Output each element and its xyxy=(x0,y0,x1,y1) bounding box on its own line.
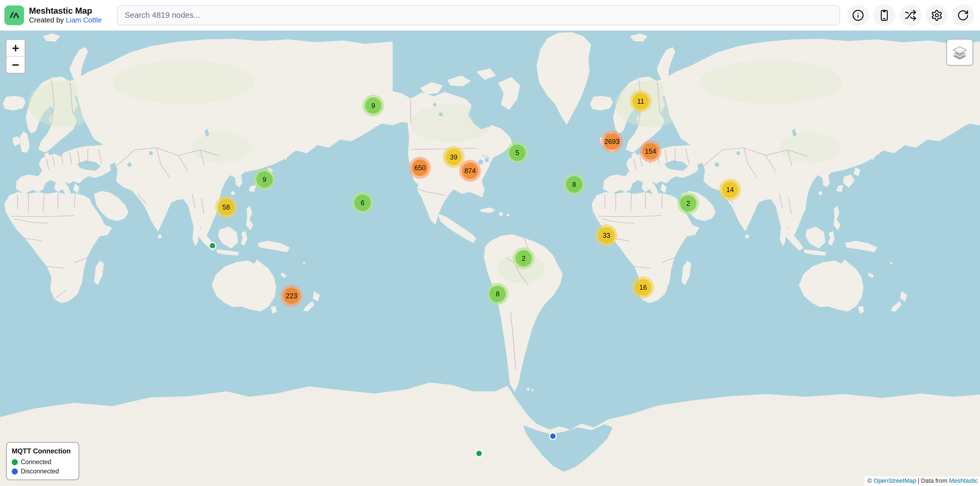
refresh-button[interactable] xyxy=(952,5,974,26)
cluster-count: 16 xyxy=(639,284,647,292)
cluster-count: 223 xyxy=(286,292,297,300)
cluster-marker[interactable]: 33 xyxy=(595,225,617,246)
world-map[interactable]: 911269315439565087498142658332816223 + −… xyxy=(0,0,980,486)
header-actions xyxy=(847,5,974,26)
cluster-count: 874 xyxy=(464,167,476,175)
refresh-icon xyxy=(957,9,969,21)
legend-item: Connected xyxy=(12,458,73,466)
mqtt-connection-legend: MQTT Connection ConnectedDisconnected xyxy=(6,442,79,480)
map-attribution: © OpenStreetMap | Data from Meshtastic xyxy=(864,476,980,486)
legend-items: ConnectedDisconnected xyxy=(12,458,73,475)
meshtastic-link[interactable]: Meshtastic xyxy=(949,477,978,484)
cluster-count: 2693 xyxy=(604,138,620,146)
cluster-count: 8 xyxy=(496,290,500,298)
search-input[interactable] xyxy=(117,5,840,25)
app-logo-link[interactable] xyxy=(5,5,24,25)
byline-prefix: Created by xyxy=(29,16,65,24)
cluster-count: 2 xyxy=(522,255,525,263)
page-title: Meshtastic Map xyxy=(29,6,102,16)
legend-swatch xyxy=(12,459,18,465)
cluster-marker[interactable]: 154 xyxy=(640,140,662,162)
gear-icon xyxy=(931,9,943,21)
cluster-count: 11 xyxy=(637,97,644,105)
cluster-marker[interactable]: 223 xyxy=(280,285,302,307)
settings-button[interactable] xyxy=(926,5,948,26)
cluster-count: 33 xyxy=(603,231,610,239)
cluster-marker[interactable]: 8 xyxy=(563,174,585,195)
cluster-marker[interactable]: 2 xyxy=(677,192,699,214)
cluster-count: 9 xyxy=(262,176,266,183)
layers-icon xyxy=(952,43,967,61)
cluster-count: 154 xyxy=(645,148,656,155)
cluster-marker[interactable]: 11 xyxy=(630,90,652,112)
app-header: Meshtastic Map Created by Liam Cottle xyxy=(0,0,980,31)
layers-control[interactable] xyxy=(946,38,974,66)
cluster-count: 6 xyxy=(361,199,364,207)
cluster-marker[interactable]: 2693 xyxy=(601,131,623,153)
cluster-count: 14 xyxy=(726,186,734,194)
cluster-marker[interactable]: 2 xyxy=(513,247,535,269)
cluster-marker[interactable]: 5 xyxy=(506,142,528,164)
legend-item: Disconnected xyxy=(12,468,73,475)
cluster-count: 650 xyxy=(414,164,426,172)
info-icon xyxy=(852,9,864,21)
cluster-count: 58 xyxy=(222,203,230,211)
cluster-marker[interactable]: 8 xyxy=(487,283,509,305)
zoom-out-button[interactable]: − xyxy=(6,56,25,73)
meshtastic-logo-icon xyxy=(8,8,21,22)
search-wrap xyxy=(117,5,840,25)
marker-layer: 911269315439565087498142658332816223 xyxy=(0,0,980,486)
cluster-marker[interactable]: 9 xyxy=(253,169,275,190)
legend-label: Disconnected xyxy=(21,468,59,475)
shuffle-icon xyxy=(905,9,916,21)
cluster-count: 8 xyxy=(572,181,576,188)
cluster-marker[interactable]: 650 xyxy=(409,157,431,179)
cluster-marker[interactable]: 6 xyxy=(352,192,374,214)
byline: Created by Liam Cottle xyxy=(29,16,102,24)
legend-title: MQTT Connection xyxy=(12,447,73,455)
cluster-marker[interactable]: 16 xyxy=(632,276,654,298)
title-block: Meshtastic Map Created by Liam Cottle xyxy=(29,6,102,24)
cluster-marker[interactable]: 874 xyxy=(459,160,481,182)
attribution-copyright: © xyxy=(868,477,873,484)
cluster-count: 2 xyxy=(686,199,690,207)
mobile-app-button[interactable] xyxy=(873,5,895,26)
map-zoom-control: + − xyxy=(5,39,26,74)
cluster-marker[interactable]: 58 xyxy=(215,196,237,218)
cluster-count: 39 xyxy=(450,153,457,161)
legend-swatch xyxy=(12,468,18,475)
node-marker-connected[interactable] xyxy=(208,242,216,250)
info-button[interactable] xyxy=(847,5,869,26)
openstreetmap-link[interactable]: OpenStreetMap xyxy=(873,477,916,484)
cluster-marker[interactable]: 9 xyxy=(362,95,384,116)
attribution-separator: | Data from xyxy=(916,477,949,484)
cluster-marker[interactable]: 14 xyxy=(719,179,741,201)
random-node-button[interactable] xyxy=(900,5,921,26)
legend-label: Connected xyxy=(21,458,51,466)
node-marker-connected[interactable] xyxy=(475,449,483,457)
smartphone-icon xyxy=(878,9,890,21)
cluster-count: 9 xyxy=(371,102,375,110)
author-link[interactable]: Liam Cottle xyxy=(65,16,102,24)
node-marker-disconnected[interactable] xyxy=(549,432,557,440)
zoom-in-button[interactable]: + xyxy=(6,40,25,56)
cluster-count: 5 xyxy=(515,149,519,157)
